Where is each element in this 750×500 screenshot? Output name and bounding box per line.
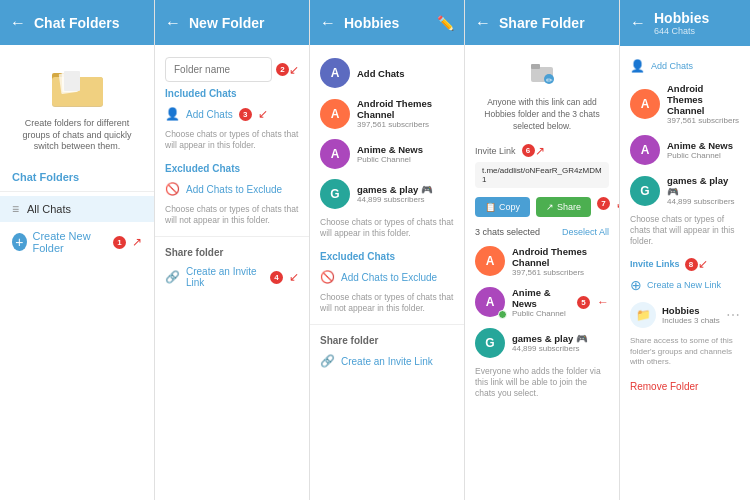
share-btn[interactable]: ↗ Share	[536, 197, 591, 217]
btn-row: 📋 Copy ↗ Share 7 ↙	[465, 191, 619, 223]
copy-btn[interactable]: 📋 Copy	[475, 197, 530, 217]
panel5-title: Hobbies	[654, 10, 709, 26]
plus-icon: +	[12, 233, 27, 251]
chat-name: Anime & News	[667, 140, 733, 151]
included-chats-title: Included Chats	[155, 82, 309, 102]
panel3-share-title: Share folder	[310, 329, 464, 349]
hobbies-invite-panel: ← Hobbies 644 Chats 👤 Add Chats A Androi…	[620, 0, 750, 500]
chat-name: Android Themes Channel	[357, 98, 454, 120]
create-link-label: Create a New Link	[647, 280, 721, 290]
folder-name-input[interactable]	[165, 57, 272, 82]
list-item[interactable]: A Add Chats	[310, 53, 464, 93]
more-options-btn[interactable]: ⋯	[726, 307, 740, 323]
folder-illustration	[0, 53, 154, 118]
panel1-header: ← Chat Folders	[0, 0, 154, 45]
link-icon: 🔗	[165, 270, 180, 284]
panel4-content: ✏ Anyone with this link can add Hobbies …	[465, 45, 619, 500]
chat-folders-panel: ← Chat Folders Create folders for differ…	[0, 0, 155, 500]
edit-folder-icon: ✏	[528, 59, 556, 87]
chat-sub: Public Channel	[357, 155, 423, 164]
deselect-all-btn[interactable]: Deselect All	[562, 227, 609, 237]
link-plus-icon: ⊕	[630, 277, 642, 293]
list-item[interactable]: A Android Themes Channel 397,561 subscri…	[310, 93, 464, 134]
chat-sub: 44,899 subscribers	[512, 344, 588, 353]
add-exclude-btn[interactable]: 🚫 Add Chats to Exclude	[155, 177, 309, 201]
avatar: G	[630, 176, 660, 206]
chat-name: Anime & News	[357, 144, 423, 155]
create-invite-label: Create an Invite Link	[186, 266, 264, 288]
excluded-helper: Choose chats or types of chats that will…	[155, 201, 309, 232]
panel3-helper: Choose chats or types of chats that will…	[310, 214, 464, 245]
panel5-add-chats[interactable]: 👤 Add Chats	[620, 54, 750, 78]
chat-name: Android Themes Channel	[512, 246, 609, 268]
chat-sub: 44,899 subscribers	[667, 197, 740, 206]
arrow-1: ↗	[132, 235, 142, 249]
panel5-back-icon[interactable]: ←	[630, 14, 646, 32]
chat-name: Add Chats	[357, 68, 405, 79]
annotation-8: 8	[685, 258, 698, 271]
panel3-excl-helper: Choose chats or types of chats that will…	[310, 289, 464, 320]
copy-label: Copy	[499, 202, 520, 212]
avatar: G	[475, 328, 505, 358]
annotation-2: 2	[276, 63, 289, 76]
create-new-link-btn[interactable]: ⊕ Create a New Link	[620, 273, 750, 297]
panel3-edit-icon[interactable]: ✏️	[437, 15, 454, 31]
list-item[interactable]: G games & play 🎮 44,899 subscribers	[620, 170, 750, 211]
panel5-share-helper: Share access to some of this folder's gr…	[620, 333, 750, 373]
panel4-back-icon[interactable]: ←	[475, 14, 491, 32]
new-folder-panel: ← New Folder 2 ↙ Included Chats 👤 Add Ch…	[155, 0, 310, 500]
panel5-add-label: Add Chats	[651, 61, 693, 71]
arrow-6: ↗	[535, 144, 545, 158]
back-icon[interactable]: ←	[10, 14, 26, 32]
share-folder-title: Share folder	[155, 241, 309, 261]
panel3-header: ← Hobbies ✏️	[310, 0, 464, 45]
panel3-back-icon[interactable]: ←	[320, 14, 336, 32]
list-item[interactable]: A Android Themes Channel 397,561 subscri…	[465, 241, 619, 282]
all-chats-label: All Chats	[27, 203, 71, 215]
included-helper: Choose chats or types of chats that will…	[155, 126, 309, 157]
panel2-back-icon[interactable]: ←	[165, 14, 181, 32]
share-label: Share	[557, 202, 581, 212]
folder-link-icon: 📁	[630, 302, 656, 328]
create-new-folder-btn[interactable]: + Create New Folder 1 ↗	[0, 222, 154, 262]
list-item[interactable]: A Android Themes Channel 397,561 subscri…	[620, 78, 750, 130]
folder-link-item[interactable]: 📁 Hobbies Includes 3 chats ⋯	[620, 297, 750, 333]
list-item[interactable]: A Anime & News Public Channel	[310, 134, 464, 174]
invite-link-label: Invite Link	[475, 146, 516, 156]
all-chats-nav[interactable]: ≡ All Chats	[0, 196, 154, 222]
panel5-content: 👤 Add Chats A Android Themes Channel 397…	[620, 46, 750, 500]
exclude-icon: 🚫	[165, 182, 180, 196]
exclude-icon2: 🚫	[320, 270, 335, 284]
chat-name: Anime & News	[512, 287, 570, 309]
remove-folder-btn[interactable]: Remove Folder	[620, 373, 750, 400]
avatar: A	[320, 139, 350, 169]
panel3-invite-btn[interactable]: 🔗 Create an Invite Link	[310, 349, 464, 373]
list-item[interactable]: G games & play 🎮 44,899 subscribers	[310, 174, 464, 214]
panel5-helper: Choose chats or types of chats that will…	[620, 211, 750, 253]
panel1-section-label: Chat Folders	[0, 163, 154, 187]
invite-link-box[interactable]: t.me/addlist/oNFearR_GR4zMDM1	[475, 162, 609, 188]
panel1-title: Chat Folders	[34, 15, 120, 31]
annotation-4: 4	[270, 271, 283, 284]
chat-name: games & play 🎮	[512, 333, 588, 344]
annotation-1: 1	[113, 236, 126, 249]
annotation-6: 6	[522, 144, 535, 157]
annotation-3: 3	[239, 108, 252, 121]
list-item[interactable]: A Anime & News Public Channel	[620, 130, 750, 170]
avatar: A	[320, 58, 350, 88]
arrow-5: ←	[597, 295, 609, 309]
panel3-add-exclude[interactable]: 🚫 Add Chats to Exclude	[310, 265, 464, 289]
svg-rect-7	[531, 64, 540, 69]
folder-svg-icon	[50, 65, 105, 110]
chat-sub: 397,561 subscribers	[667, 116, 740, 125]
create-invite-btn[interactable]: 🔗 Create an Invite Link 4 ↙	[155, 261, 309, 293]
add-chats-btn[interactable]: 👤 Add Chats 3 ↙	[155, 102, 309, 126]
list-item[interactable]: G games & play 🎮 44,899 subscribers	[465, 323, 619, 363]
menu-icon: ≡	[12, 202, 19, 216]
chat-sub: 397,561 subscribers	[357, 120, 454, 129]
panel1-description: Create folders for different groups of c…	[0, 118, 154, 163]
add-chats-label: Add Chats	[186, 109, 233, 120]
panel3-content: A Add Chats A Android Themes Channel 397…	[310, 45, 464, 500]
list-item[interactable]: A Anime & News Public Channel 5 ←	[465, 282, 619, 323]
add-icon: 👤	[630, 59, 645, 73]
